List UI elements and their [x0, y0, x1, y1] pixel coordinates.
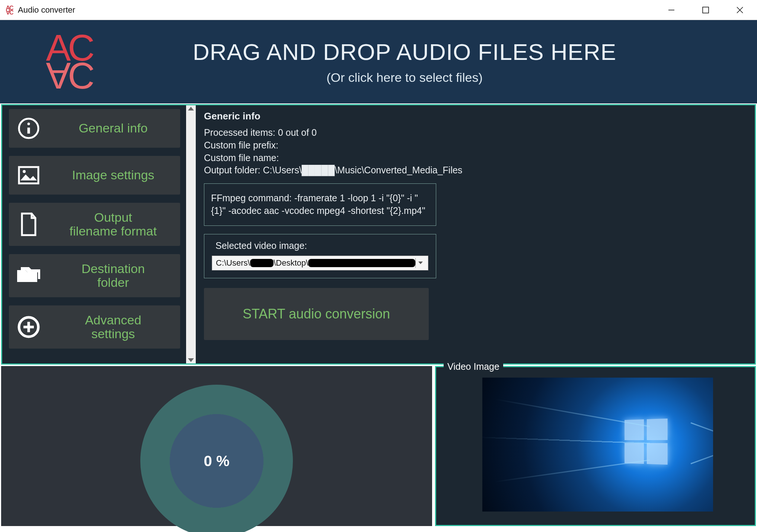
selected-image-label: Selected video image:	[212, 240, 428, 251]
selected-image-path-part2: \Desktop\	[274, 258, 308, 268]
progress-percent-label: 0 %	[204, 453, 230, 469]
sidebar-item-output-filename[interactable]: Output filename format	[9, 203, 180, 246]
selected-image-path-part1: C:\Users\	[216, 258, 250, 268]
app-logo: AC AC	[33, 28, 104, 95]
minimize-button[interactable]	[654, 0, 689, 20]
file-icon	[16, 211, 42, 237]
image-icon	[16, 162, 42, 188]
drop-zone-line2: (Or click here to select files)	[104, 70, 705, 85]
sidebar-item-advanced-settings[interactable]: Advanced settings	[9, 305, 180, 349]
window-controls	[654, 0, 757, 20]
chevron-down-icon	[415, 258, 425, 268]
ffmpeg-command-box: FFmpeg command: -framerate 1 -loop 1 -i …	[204, 183, 436, 226]
redacted-segment	[250, 259, 274, 267]
selected-image-box: Selected video image: C:\Users\ \Desktop…	[204, 234, 436, 278]
progress-donut: 0 %	[140, 385, 293, 532]
maximize-button[interactable]	[689, 0, 723, 20]
main-panel: Generic info Processed items: 0 out of 0…	[196, 105, 755, 363]
progress-panel: 0 %	[1, 366, 432, 526]
sidebar-item-label: Output filename format	[56, 211, 180, 238]
sidebar-item-general-info[interactable]: General info	[9, 109, 180, 148]
drop-zone-text: DRAG AND DROP AUDIO FILES HERE (Or click…	[104, 39, 757, 85]
output-folder-line: Output folder: C:\Users\█████\Music\Conv…	[204, 164, 747, 177]
plus-circle-icon	[16, 314, 42, 340]
window-title: Audio converter	[18, 5, 75, 15]
sidebar-item-label: General info	[56, 121, 180, 135]
svg-rect-1	[703, 7, 709, 13]
sidebar: General info Image settings Output filen…	[2, 105, 186, 363]
maximize-icon	[702, 6, 709, 14]
folders-icon	[16, 263, 42, 289]
video-image-panel: Video Image	[435, 366, 756, 526]
drop-zone-line1: DRAG AND DROP AUDIO FILES HERE	[104, 39, 705, 65]
start-button-label: START audio conversion	[243, 306, 390, 322]
sidebar-item-label: Destination folder	[56, 262, 180, 290]
close-icon	[736, 6, 744, 14]
processed-items-line: Processed items: 0 out of 0	[204, 126, 747, 139]
bottom-strip: 0 % Video Image	[1, 366, 756, 526]
start-conversion-button[interactable]: START audio conversion	[204, 288, 429, 340]
scroll-down-icon	[188, 358, 194, 362]
app-icon: ACAC	[4, 5, 14, 15]
selected-image-dropdown[interactable]: C:\Users\ \Desktop\	[212, 256, 428, 270]
custom-name-line: Custom file name:	[204, 152, 747, 164]
workspace: General info Image settings Output filen…	[1, 104, 756, 365]
svg-point-8	[23, 170, 26, 173]
custom-prefix-line: Custom file prefix:	[204, 139, 747, 152]
redacted-segment	[308, 259, 415, 267]
video-image-legend: Video Image	[444, 361, 503, 372]
scroll-up-icon	[188, 107, 194, 110]
sidebar-item-image-settings[interactable]: Image settings	[9, 156, 180, 195]
drop-zone[interactable]: AC AC DRAG AND DROP AUDIO FILES HERE (Or…	[0, 20, 757, 103]
sidebar-item-label: Advanced settings	[56, 313, 180, 341]
svg-point-6	[28, 123, 30, 125]
info-icon	[16, 115, 42, 141]
ffmpeg-command-text: FFmpeg command: -framerate 1 -loop 1 -i …	[211, 193, 425, 216]
titlebar: ACAC Audio converter	[0, 0, 757, 20]
minimize-icon	[667, 6, 675, 14]
sidebar-item-destination-folder[interactable]: Destination folder	[9, 254, 180, 297]
sidebar-item-label: Image settings	[56, 168, 180, 182]
video-image-preview	[482, 378, 713, 512]
close-button[interactable]	[723, 0, 757, 20]
sidebar-scrollbar[interactable]	[186, 105, 196, 363]
svg-rect-7	[19, 167, 38, 183]
section-title: Generic info	[204, 110, 747, 122]
